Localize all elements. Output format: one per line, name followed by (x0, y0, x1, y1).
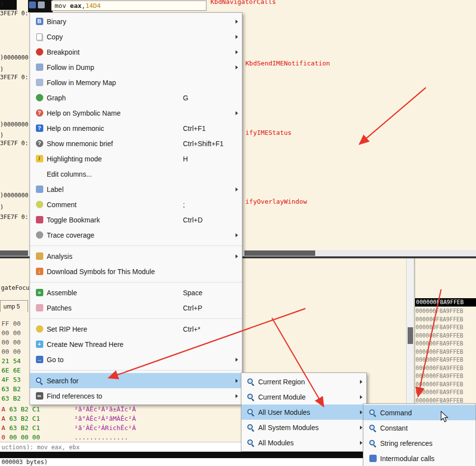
menu-item-toggle-bookmark[interactable]: Toggle BookmarkCtrl+D (30, 212, 242, 227)
submenu-arrow-icon (357, 380, 365, 384)
scrollbar-thumb[interactable] (408, 327, 413, 344)
stack-address-row[interactable]: 000000F8A9FFEB (416, 323, 463, 332)
menu-item-analysis[interactable]: Analysis (30, 249, 242, 264)
stack-address-row[interactable]: 000000F8A9FFEB (416, 307, 463, 315)
search-icon (32, 377, 47, 385)
menu-separator (30, 279, 242, 285)
submenu-arrow-icon (232, 187, 241, 191)
x64dbg-screenshot: mov eax,14D4 KbdNavigatorCalls )3FE7F 0:… (0, 0, 476, 466)
selected-instruction-row[interactable]: mov eax,14D4 (51, 0, 207, 11)
menu-item-search-for[interactable]: Search for (30, 373, 242, 388)
menu-item-label: Assemble (47, 289, 183, 297)
icon-glyph (36, 304, 43, 311)
arrow-triangle (236, 65, 238, 69)
stack-address-row[interactable]: 000000F8A9FFEB (416, 356, 463, 364)
icon-glyph (36, 216, 43, 223)
menu-item-edit-columns[interactable]: Edit columns... (30, 166, 242, 182)
menu-item-shortcut: ; (183, 201, 232, 209)
menu-item-trace-coverage[interactable]: Trace coverage (30, 227, 242, 243)
menu-item-current-region[interactable]: Current Region (241, 374, 366, 389)
address-fragment: 3FE7F 0: (0, 74, 29, 81)
tab-dump-5[interactable]: ump 5 (0, 300, 28, 312)
stack-address-row[interactable]: 000000F8A9FFEB (416, 315, 463, 324)
address-fragment: )0000000 (0, 54, 29, 61)
find-references-icon: ∞ (32, 392, 47, 400)
stack-address-row[interactable]: 000000F8A9FFEB (416, 380, 463, 389)
submenu-arrow-icon (232, 20, 241, 24)
context-menu: BBinaryCopyBreakpointFollow in DumpFollo… (30, 12, 242, 405)
trace-coverage-icon (32, 231, 47, 239)
menu-item-binary[interactable]: BBinary (30, 14, 242, 29)
icon-glyph (36, 231, 43, 239)
menu-item-breakpoint[interactable]: Breakpoint (30, 44, 242, 60)
magnifier-glyph (369, 409, 377, 417)
icon-glyph (36, 48, 43, 56)
menu-item-patches[interactable]: PatchesCtrl+P (30, 300, 242, 315)
menu-item-assemble[interactable]: »AssembleSpace (30, 285, 242, 300)
menu-item-current-module[interactable]: Current Module (241, 389, 366, 404)
menu-item-label: Current Region (258, 378, 357, 386)
menu-item-label: Follow in Memory Map (47, 79, 183, 87)
stack-selected-row[interactable]: 000000F8A9FFEB (415, 298, 476, 307)
stack-address-row[interactable]: 000000F8A9FFEB (416, 340, 463, 348)
menu-item-create-new-thread-here[interactable]: +Create New Thread Here (30, 337, 242, 352)
magnifier-glyph (247, 424, 255, 432)
menu-item-label[interactable]: Label (30, 182, 242, 197)
menu-item-intermodular-calls[interactable]: Intermodular calls (363, 451, 476, 466)
arrow-triangle (236, 50, 238, 54)
arrow-triangle (236, 358, 238, 362)
stack-address-row[interactable]: 000000F8A9FFEB (416, 364, 463, 373)
menu-item-find-references-to[interactable]: ∞Find references to (30, 388, 242, 404)
separator-line (30, 370, 242, 371)
menu-item-constant[interactable]: Constant (363, 420, 476, 435)
menu-item-label: Trace coverage (47, 231, 183, 239)
instruction-value: 14D4 (86, 2, 101, 9)
menu-item-string-references[interactable]: String references (363, 435, 476, 451)
address-fragment: )0000000 (0, 121, 29, 128)
arrow-triangle (236, 254, 238, 258)
arrow-triangle (236, 379, 238, 383)
menu-item-follow-in-memory-map[interactable]: Follow in Memory Map (30, 75, 242, 90)
icon-glyph (36, 63, 43, 71)
menu-item-help-on-mnemonic[interactable]: ?Help on mnemonicCtrl+F1 (30, 121, 242, 136)
menu-item-all-user-modules[interactable]: All User Modules (241, 404, 366, 420)
menu-item-download-symbols-for-this-module[interactable]: ↓Download Symbols for This Module (30, 264, 242, 279)
command-icon (365, 409, 380, 417)
hscroll-thumb-left[interactable] (0, 250, 28, 256)
menu-item-all-modules[interactable]: All Modules (241, 435, 366, 450)
current-region-icon (243, 378, 258, 386)
stack-address-row[interactable]: 000000F8A9FFEB (416, 372, 463, 380)
menu-item-label: Command (380, 409, 466, 417)
icon-glyph (36, 325, 43, 333)
icon-glyph: ? (36, 109, 43, 117)
menu-item-follow-in-dump[interactable]: Follow in Dump (30, 60, 242, 75)
hscroll-thumb-right[interactable] (244, 250, 315, 256)
icon-glyph: » (36, 289, 43, 296)
menu-item-set-rip-here[interactable]: Set RIP HereCtrl+* (30, 321, 242, 337)
menu-item-label: Help on mnemonic (47, 124, 183, 132)
menu-item-copy[interactable]: Copy (30, 29, 242, 44)
menu-item-highlighting-mode[interactable]: /Highlighting modeH (30, 151, 242, 166)
follow-in-dump-icon (32, 63, 47, 71)
menu-separator (30, 243, 242, 249)
menu-item-command[interactable]: Command (363, 405, 476, 420)
menu-item-comment[interactable]: Comment; (30, 197, 242, 212)
string-references-icon (365, 439, 380, 447)
menu-item-shortcut: G (183, 94, 232, 102)
menu-item-show-mnemonic-brief[interactable]: ?Show mnemonic briefCtrl+Shift+F1 (30, 136, 242, 151)
menu-item-all-system-modules[interactable]: All System Modules (241, 420, 366, 435)
menu-item-graph[interactable]: GraphG (30, 90, 242, 105)
function-name-fragment: gateFocu (1, 284, 30, 291)
address-fragment: ) (0, 66, 3, 73)
stack-address-row[interactable]: 000000F8A9FFEB (416, 388, 463, 397)
menu-item-label: Find references to (47, 392, 183, 400)
stack-address-row[interactable]: 000000F8A9FFEB (416, 348, 463, 356)
hex-bytes: 63 B2 C1 (9, 424, 40, 432)
menu-item-go-to[interactable]: →Go to (30, 352, 242, 367)
submenu-arrow-icon (232, 35, 241, 39)
toggle-bookmark-icon (32, 216, 47, 223)
menu-item-label: Highlighting mode (47, 155, 183, 163)
menu-item-help-on-symbolic-name[interactable]: ?Help on Symbolic Name (30, 105, 242, 121)
show-mnemonic-brief-icon: ? (32, 140, 47, 147)
stack-address-row[interactable]: 000000F8A9FFEB (416, 332, 463, 340)
